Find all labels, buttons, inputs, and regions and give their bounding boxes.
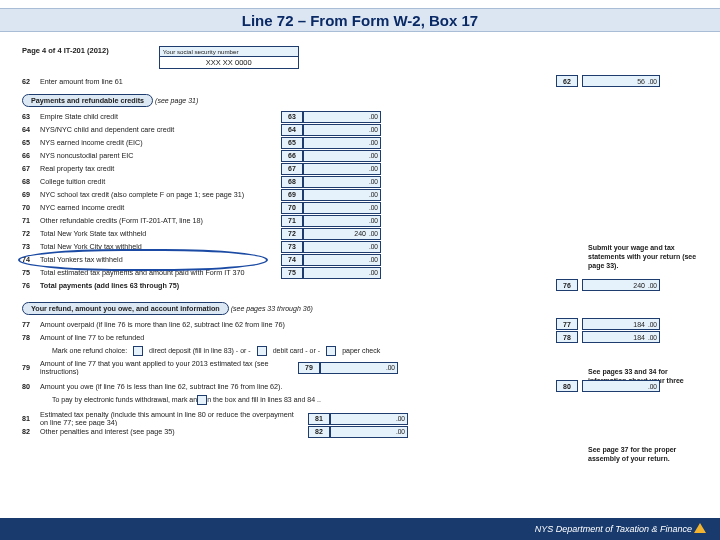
refund-choice-label: Mark one refund choice: <box>52 347 127 354</box>
checkbox-direct[interactable] <box>133 346 143 356</box>
line-num: 69 <box>22 188 40 201</box>
line-71: 71Other refundable credits (Form IT-201-… <box>22 214 698 227</box>
amt-68 <box>303 176 381 188</box>
box-num-78: 78 <box>556 331 578 343</box>
box-num-66: 66 <box>281 150 303 162</box>
line-desc: NYC school tax credit (also complete F o… <box>40 188 275 201</box>
line-num: 71 <box>22 214 40 227</box>
line-69: 69NYC school tax credit (also complete F… <box>22 188 698 201</box>
line-num: 80 <box>22 380 40 393</box>
page-indicator: Page 4 of 4 IT-201 (2012) <box>22 46 109 55</box>
amt-73 <box>303 241 381 253</box>
amt-79 <box>320 362 398 374</box>
line-desc: Real property tax credit <box>40 162 275 175</box>
footer-text: NYS Department of Taxation & Finance <box>535 524 692 534</box>
label-paper: paper check <box>342 347 380 354</box>
amt-65 <box>303 137 381 149</box>
line-desc: NYC earned income credit <box>40 201 275 214</box>
side-note-wage: Submit your wage and tax statements with… <box>588 244 698 270</box>
checkbox-debit[interactable] <box>257 346 267 356</box>
line-76: 76 Total payments (add lines 63 through … <box>22 279 698 292</box>
amt-70 <box>303 202 381 214</box>
line-desc: NYS/NYC child and dependent care credit <box>40 123 275 136</box>
line-77: 77 Amount overpaid (if line 76 is more t… <box>22 318 698 331</box>
line-80b: To pay by electronic funds withdrawal, m… <box>22 393 698 406</box>
slide-title: Line 72 – From Form W-2, Box 17 <box>0 8 720 32</box>
line-num: 63 <box>22 110 40 123</box>
box-num-79: 79 <box>298 362 320 374</box>
box-num-72: 72 <box>281 228 303 240</box>
form-area: Page 4 of 4 IT-201 (2012) Your social se… <box>0 32 720 438</box>
line-desc: Total Yonkers tax withheld <box>40 253 275 266</box>
amt-64 <box>303 124 381 136</box>
section-note: (see page 31) <box>155 97 198 104</box>
line-desc: College tuition credit <box>40 175 275 188</box>
line-desc: Empire State child credit <box>40 110 275 123</box>
line-80: 80 Amount you owe (if line 76 is less th… <box>22 380 698 393</box>
line-desc: Total payments (add lines 63 through 75) <box>40 279 340 292</box>
box-num-68: 68 <box>281 176 303 188</box>
amt-75 <box>303 267 381 279</box>
line-65: 65NYS earned income credit (EIC)65 <box>22 136 698 149</box>
label-direct: direct deposit (fill in line 83) - or - <box>149 347 251 354</box>
line-num: 67 <box>22 162 40 175</box>
line-62: 62 Enter amount from line 61 62 56 <box>22 75 698 88</box>
amt-81 <box>330 413 408 425</box>
checkbox-efw[interactable] <box>197 395 207 405</box>
line-82: 82 Other penalties and interest (see pag… <box>22 425 698 438</box>
ssn-label: Your social security number <box>160 47 298 57</box>
line-72: 72Total New York State tax withheld72240 <box>22 227 698 240</box>
refund-choice-row: Mark one refund choice: direct deposit (… <box>22 344 698 357</box>
box-num-76: 76 <box>556 279 578 291</box>
section-payments: Payments and refundable credits (see pag… <box>22 88 698 110</box>
amt-77: 184 <box>582 318 660 330</box>
line-desc: Total New York City tax withheld <box>40 240 275 253</box>
footer-bar: NYS Department of Taxation & Finance <box>0 518 720 540</box>
line-num: 79 <box>22 361 40 374</box>
amt-72: 240 <box>303 228 381 240</box>
line-desc: Other refundable credits (Form IT-201-AT… <box>40 214 275 227</box>
line-num: 64 <box>22 123 40 136</box>
line-num: 82 <box>22 425 40 438</box>
ssn-box: Your social security number XXX XX 0000 <box>159 46 299 69</box>
checkbox-paper[interactable] <box>326 346 336 356</box>
line-num: 68 <box>22 175 40 188</box>
box-num-67: 67 <box>281 163 303 175</box>
line-num: 62 <box>22 75 40 88</box>
line-num: 77 <box>22 318 40 331</box>
box-num-63: 63 <box>281 111 303 123</box>
line-68: 68College tuition credit68 <box>22 175 698 188</box>
line-num: 73 <box>22 240 40 253</box>
line-81: 81 Estimated tax penalty (include this a… <box>22 412 698 425</box>
line-num: 76 <box>22 279 40 292</box>
box-num-73: 73 <box>281 241 303 253</box>
line-desc: NYS earned income credit (EIC) <box>40 136 275 149</box>
box-num-80: 80 <box>556 380 578 392</box>
side-note-penalty: See page 37 for the proper assembly of y… <box>588 446 698 464</box>
line-desc: NYS noncustodial parent EIC <box>40 149 275 162</box>
line-num: 75 <box>22 266 40 279</box>
line-num: 74 <box>22 253 40 266</box>
section-pill-refund: Your refund, amount you owe, and account… <box>22 302 229 315</box>
line-desc: Enter amount from line 61 <box>40 75 340 88</box>
box-num-82: 82 <box>308 426 330 438</box>
box-num-74: 74 <box>281 254 303 266</box>
line-num: 70 <box>22 201 40 214</box>
box-num-65: 65 <box>281 137 303 149</box>
amt-80 <box>582 380 660 392</box>
section-pill-payments: Payments and refundable credits <box>22 94 153 107</box>
line-desc: Amount you owe (if line 76 is less than … <box>40 380 440 393</box>
line-desc: Other penalties and interest (see page 3… <box>40 425 300 438</box>
line-desc: Total New York State tax withheld <box>40 227 275 240</box>
line-64: 64NYS/NYC child and dependent care credi… <box>22 123 698 136</box>
line-num: 65 <box>22 136 40 149</box>
box-num-70: 70 <box>281 202 303 214</box>
box-num-62: 62 <box>556 75 578 87</box>
ssn-value: XXX XX 0000 <box>160 57 298 68</box>
line-num: 78 <box>22 331 40 344</box>
label-debit: debit card - or - <box>273 347 320 354</box>
line-num: 72 <box>22 227 40 240</box>
line-63: 63Empire State child credit63 <box>22 110 698 123</box>
form-header: Page 4 of 4 IT-201 (2012) Your social se… <box>22 46 698 69</box>
section-note: (see pages 33 through 36) <box>231 305 313 312</box>
